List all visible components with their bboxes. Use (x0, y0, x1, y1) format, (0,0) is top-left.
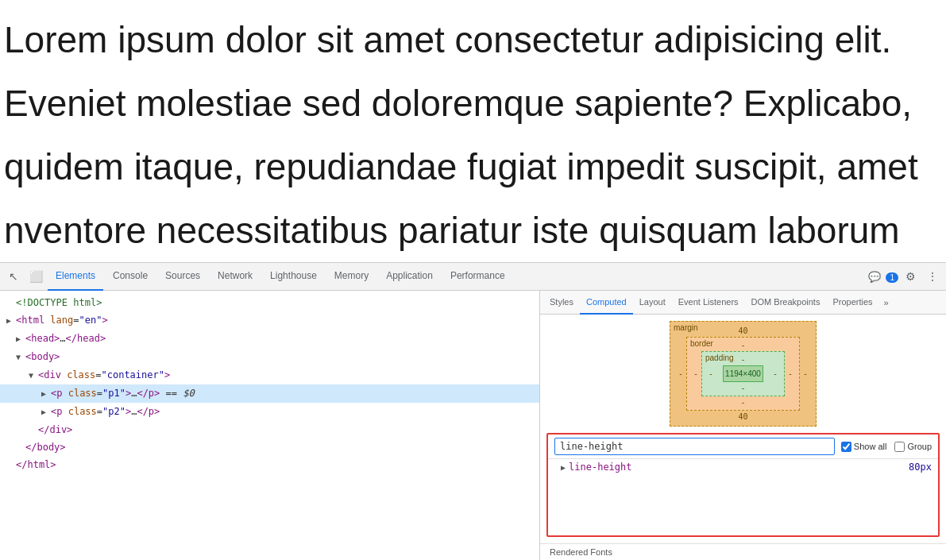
dom-line-div-close[interactable]: </div> (0, 421, 539, 438)
show-all-checkbox[interactable] (841, 442, 851, 452)
box-model-border: border - - padding - (686, 337, 800, 411)
computed-checkboxes: Show all Group (841, 442, 932, 452)
content-line-3: quidem itaque, repudiandae fugiat impedi… (0, 135, 946, 199)
settings-icon[interactable]: ⚙ (900, 266, 921, 287)
box-model-margin: margin 40 - border - - (670, 321, 817, 427)
content-line-1: Lorem ipsum dolor sit amet consectetur a… (0, 8, 946, 71)
more-tabs-icon[interactable]: » (879, 298, 894, 307)
prop-expand-icon[interactable]: ▶ (561, 463, 566, 472)
border-left-value: - (690, 369, 701, 378)
dom-line-head[interactable]: ▶<head>…</head> (0, 330, 539, 348)
box-model-border-wrapper: border - - padding - (686, 337, 800, 411)
tab-memory[interactable]: Memory (326, 263, 376, 291)
padding-right-value: - (770, 369, 781, 378)
devtools-toolbar: ↖ ⬜ Elements Console Sources Network Lig… (0, 263, 946, 291)
dom-line-p2[interactable]: ▶<p class="p2">…</p> (0, 403, 539, 421)
border-right-value: - (785, 369, 796, 378)
computed-property-row[interactable]: ▶ line-height 80px (548, 459, 938, 475)
dom-line-body[interactable]: ▼<body> (0, 348, 539, 366)
badge-count: 1 (886, 272, 898, 283)
border-bottom-value: - (690, 398, 796, 407)
right-panel: Styles Computed Layout Event Listeners D… (540, 291, 946, 560)
border-label: border (690, 339, 713, 348)
inspect-icon[interactable]: ⬜ (25, 266, 46, 287)
box-model-section: margin 40 - border - - (540, 315, 946, 433)
tab-computed[interactable]: Computed (580, 291, 633, 315)
tab-dom-breakpoints[interactable]: DOM Breakpoints (745, 291, 827, 315)
padding-wrapper: padding - - 1194×400 - - (701, 351, 785, 396)
tab-event-listeners[interactable]: Event Listeners (672, 291, 745, 315)
padding-label: padding (705, 353, 734, 362)
tab-layout[interactable]: Layout (633, 291, 672, 315)
padding-left-value: - (705, 369, 716, 378)
dom-line-doctype[interactable]: <!DOCTYPE html> (0, 294, 539, 311)
group-label: Group (907, 442, 932, 451)
styles-tabs: Styles Computed Layout Event Listeners D… (540, 291, 946, 315)
box-model-middle: - border - - (675, 337, 811, 411)
show-all-checkbox-label[interactable]: Show all (841, 442, 887, 452)
box-model-diagram: margin 40 - border - - (670, 321, 817, 427)
dom-line-html-close[interactable]: </html> (0, 456, 539, 473)
rendered-fonts-label: Rendered Fonts (540, 543, 946, 560)
margin-bottom-value: 40 (675, 412, 811, 421)
dom-line-html[interactable]: ▶<html lang="en"> (0, 311, 539, 330)
more-icon[interactable]: ⋮ (922, 266, 943, 287)
tab-elements[interactable]: Elements (48, 263, 103, 291)
devtools-body: <!DOCTYPE html> ▶<html lang="en"> ▶<head… (0, 291, 946, 560)
group-checkbox-label[interactable]: Group (894, 442, 932, 452)
dom-line-p1[interactable]: ▶<p class="p1">…</p> == $0 (0, 384, 539, 403)
tab-styles[interactable]: Styles (543, 291, 580, 315)
tab-sources[interactable]: Sources (157, 263, 208, 291)
main-content: Lorem ipsum dolor sit amet consectetur a… (0, 0, 946, 262)
tab-application[interactable]: Application (378, 263, 441, 291)
chat-icon: 💬 (868, 271, 881, 283)
cursor-icon[interactable]: ↖ (3, 266, 24, 287)
tab-network[interactable]: Network (210, 263, 261, 291)
padding-bottom-value: - (705, 384, 781, 392)
tab-properties[interactable]: Properties (826, 291, 878, 315)
computed-search-row: Show all Group (548, 434, 938, 459)
margin-left-value: - (675, 369, 686, 378)
notification-badge: 💬 1 (868, 269, 898, 284)
margin-label: margin (674, 323, 698, 332)
tab-console[interactable]: Console (105, 263, 156, 291)
group-checkbox[interactable] (894, 442, 905, 452)
tab-performance[interactable]: Performance (442, 263, 513, 291)
prop-name: line-height (569, 462, 909, 473)
content-line-4: nventore necessitatibus pariatur iste qu… (0, 199, 946, 262)
margin-right-value: - (800, 369, 811, 378)
computed-section: Show all Group ▶ line-height 80px (546, 433, 940, 537)
dom-line-div[interactable]: ▼<div class="container"> (0, 366, 539, 384)
box-model-padding: padding - - 1194×400 - - (701, 351, 785, 396)
dom-line-body-close[interactable]: </body> (0, 438, 539, 456)
prop-value: 80px (909, 462, 932, 473)
content-line-2: Eveniet molestiae sed doloremque sapient… (0, 71, 946, 135)
toolbar-right-icons: 💬 1 ⚙ ⋮ (868, 266, 943, 287)
elements-panel[interactable]: <!DOCTYPE html> ▶<html lang="en"> ▶<head… (0, 291, 540, 560)
computed-search-input[interactable] (554, 438, 835, 455)
show-all-label: Show all (854, 442, 887, 451)
tab-lighthouse[interactable]: Lighthouse (262, 263, 325, 291)
devtools-panel: ↖ ⬜ Elements Console Sources Network Lig… (0, 262, 946, 560)
box-model-content: 1194×400 (723, 365, 763, 382)
